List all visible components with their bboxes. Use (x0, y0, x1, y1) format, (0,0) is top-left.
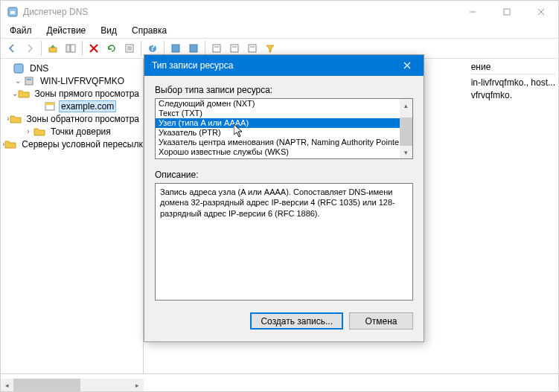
scroll-right-button[interactable]: ▸ (131, 379, 144, 391)
list-item-selected[interactable]: Узел (типа A или AAAA) (156, 118, 400, 128)
tree-forward-zones[interactable]: ⌄ Зоны прямого просмотра (2, 87, 141, 100)
list-item[interactable]: Следующий домен (NXT) (156, 99, 400, 109)
titlebar: Диспетчер DNS (1, 1, 558, 23)
folder-icon (33, 126, 45, 138)
menu-view[interactable]: Вид (98, 24, 120, 37)
svg-rect-23 (249, 45, 256, 52)
svg-rect-18 (190, 45, 197, 52)
svg-rect-7 (66, 45, 70, 52)
refresh-button[interactable] (103, 40, 120, 57)
svg-rect-21 (231, 45, 238, 52)
folder-icon (10, 113, 22, 125)
scroll-up-button[interactable]: ▴ (400, 99, 412, 112)
list-partial-content: ение in-livfrvqfmko., host... vfrvqfmko. (471, 62, 555, 103)
svg-rect-1 (10, 11, 15, 14)
folder-icon (18, 88, 30, 100)
window-title: Диспетчер DNS (23, 7, 88, 17)
forward-button[interactable] (22, 40, 38, 57)
list-item[interactable]: Хорошо известные службы (WKS) (156, 147, 400, 157)
properties-button[interactable] (121, 40, 138, 57)
close-button[interactable] (524, 1, 558, 23)
up-button[interactable] (45, 40, 61, 57)
svg-rect-26 (25, 77, 33, 85)
resource-record-type-dialog: Тип записи ресурса Выбор типа записи рес… (144, 54, 424, 342)
menu-help[interactable]: Справка (129, 24, 170, 37)
scroll-down-button[interactable]: ▾ (400, 146, 412, 158)
tree-reverse-zones[interactable]: › Зоны обратного просмотра (2, 112, 141, 125)
tree-zone-example[interactable]: example.com (2, 100, 141, 112)
maximize-button[interactable] (490, 1, 524, 23)
scroll-left-button[interactable]: ◂ (1, 379, 13, 391)
svg-rect-29 (45, 103, 54, 105)
tree-root-dns[interactable]: DNS (2, 62, 141, 74)
menu-file[interactable]: Файл (7, 24, 35, 37)
listbox-scrollbar[interactable]: ▴ ▾ (400, 99, 412, 158)
folder-icon (4, 138, 16, 150)
tree-conditional-forwarders[interactable]: › Серверы условной пересылки (2, 138, 141, 150)
list-item[interactable]: Текст (TXT) (156, 109, 400, 118)
list-item[interactable]: Указатель (PTR) (156, 128, 400, 138)
delete-button[interactable] (86, 40, 102, 57)
list-item[interactable]: Указатель центра именования (NAPTR, Nami… (156, 138, 400, 147)
dialog-title: Тип записи ресурса (152, 60, 233, 71)
svg-rect-19 (213, 45, 220, 52)
svg-rect-25 (14, 64, 23, 73)
svg-text:?: ? (150, 43, 155, 53)
create-record-button[interactable]: Создать запись... (250, 312, 343, 330)
scroll-thumb[interactable] (13, 379, 80, 391)
menubar: Файл Действие Вид Справка (1, 23, 558, 38)
scroll-thumb[interactable] (400, 118, 412, 146)
zone-icon (44, 100, 56, 112)
svg-rect-17 (172, 45, 179, 52)
server-icon (23, 75, 35, 87)
show-hide-tree-button[interactable] (63, 40, 79, 57)
dialog-titlebar: Тип записи ресурса (144, 55, 424, 76)
dns-icon (13, 62, 25, 74)
record-type-listbox[interactable]: Следующий домен (NXT) Текст (TXT) Узел (… (155, 98, 413, 159)
cancel-button[interactable]: Отмена (349, 312, 413, 330)
back-button[interactable] (4, 40, 20, 57)
description-label: Описание: (155, 170, 413, 180)
menu-action[interactable]: Действие (44, 24, 89, 37)
minimize-button[interactable] (456, 1, 490, 23)
tree-horizontal-scrollbar[interactable]: ◂ ▸ (1, 379, 144, 391)
statusbar: ◂ ▸ (1, 373, 558, 391)
tree-server[interactable]: ⌄ WIN-LIVFRVQFMKO (2, 74, 141, 87)
svg-rect-3 (504, 9, 510, 15)
svg-rect-6 (49, 48, 57, 52)
description-box: Запись адреса узла (A или AAAA). Сопоста… (155, 183, 413, 301)
svg-rect-27 (27, 79, 31, 80)
select-type-label: Выбор типа записи ресурса: (155, 85, 413, 95)
tree-trust-points[interactable]: › Точки доверия (2, 125, 141, 138)
tree-pane: DNS ⌄ WIN-LIVFRVQFMKO ⌄ Зоны прямого про… (1, 59, 144, 373)
dns-app-icon (7, 6, 19, 18)
svg-rect-8 (71, 45, 75, 52)
dialog-close-button[interactable] (390, 55, 424, 76)
